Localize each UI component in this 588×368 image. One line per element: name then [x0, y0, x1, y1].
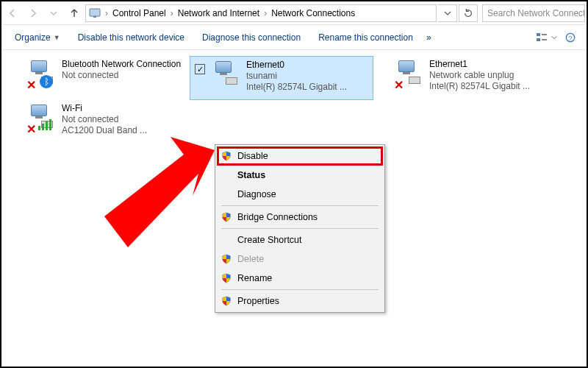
- ctx-label: Rename: [237, 273, 272, 283]
- refresh-button[interactable]: [459, 4, 478, 22]
- nav-up-button[interactable]: [65, 4, 84, 23]
- ctx-bridge-connections[interactable]: Bridge Connections: [215, 208, 384, 227]
- connection-name: Bluetooth Network Connection: [62, 59, 181, 70]
- error-x-icon: ✕: [394, 78, 404, 92]
- recent-locations-button[interactable]: [44, 4, 63, 23]
- breadcrumb[interactable]: Network and Internet: [178, 8, 259, 18]
- diagnose-connection-button[interactable]: Diagnose this connection: [195, 29, 308, 46]
- breadcrumb[interactable]: Network Connections: [271, 8, 355, 18]
- addressbar-dropdown-button[interactable]: [438, 4, 457, 22]
- network-adapter-icon: ✕ᛒ: [26, 59, 56, 88]
- svg-rect-1: [93, 16, 96, 18]
- connection-device: Intel(R) 82574L Gigabit ...: [429, 81, 530, 92]
- connection-status: tsunami: [246, 71, 347, 82]
- network-adapter-icon: ✕: [394, 59, 423, 88]
- ctx-delete: Delete: [215, 250, 384, 269]
- ctx-disable[interactable]: Disable: [215, 146, 384, 166]
- ctx-rename[interactable]: Rename: [215, 269, 384, 288]
- context-menu: DisableStatusDiagnoseBridge ConnectionsC…: [215, 144, 385, 313]
- uac-shield-icon: [221, 296, 232, 306]
- selection-checkbox[interactable]: ✓: [195, 64, 205, 74]
- error-x-icon: ✕: [26, 78, 36, 92]
- organize-menu-button[interactable]: Organize ▼: [7, 29, 68, 46]
- ctx-label: Create Shortcut: [237, 235, 302, 245]
- bluetooth-icon: ᛒ: [40, 75, 53, 88]
- ctx-label: Disable: [237, 151, 268, 161]
- connection-status: Not connected: [62, 70, 181, 81]
- uac-shield-icon: [221, 273, 232, 283]
- wifi-icon: [38, 119, 51, 130]
- nav-forward-button[interactable]: [24, 4, 43, 23]
- connection-status: Network cable unplug: [429, 70, 530, 81]
- view-options-button[interactable]: [537, 29, 557, 46]
- breadcrumb-sep: ›: [105, 8, 108, 18]
- connection-eth0[interactable]: ✓ Ethernet0tsunamiIntel(R) 82574L Gigabi…: [190, 56, 373, 100]
- ctx-label: Bridge Connections: [237, 212, 318, 222]
- dropdown-caret-icon: ▼: [54, 34, 60, 41]
- svg-rect-3: [537, 38, 540, 41]
- ctx-diagnose[interactable]: Diagnose: [215, 185, 384, 204]
- breadcrumb[interactable]: Control Panel: [112, 8, 166, 18]
- network-adapter-icon: ✕: [26, 103, 56, 132]
- connection-bt[interactable]: ✕ᛒ Bluetooth Network ConnectionNot conne…: [6, 56, 190, 100]
- connection-eth1[interactable]: ✕ Ethernet1Network cable unplugIntel(R) …: [373, 56, 557, 100]
- ctx-label: Properties: [237, 296, 279, 306]
- control-panel-icon: [89, 7, 101, 19]
- rename-connection-button[interactable]: Rename this connection: [311, 29, 420, 46]
- organize-label: Organize: [15, 32, 51, 43]
- svg-text:?: ?: [569, 34, 573, 41]
- svg-rect-5: [542, 39, 547, 40]
- svg-rect-0: [90, 9, 100, 16]
- breadcrumb-sep: ›: [264, 8, 267, 18]
- search-input[interactable]: Search Network Connecti: [482, 4, 585, 22]
- uac-shield-icon: [221, 151, 232, 161]
- nav-back-button[interactable]: [3, 4, 22, 23]
- ctx-properties[interactable]: Properties: [215, 291, 384, 311]
- connection-name: Wi-Fi: [62, 103, 147, 114]
- ctx-label: Status: [237, 170, 265, 180]
- search-placeholder: Search Network Connecti: [487, 8, 585, 18]
- ctx-status[interactable]: Status: [215, 166, 384, 185]
- address-bar[interactable]: › Control Panel › Network and Internet ›…: [85, 4, 437, 22]
- connection-status: Not connected: [62, 114, 147, 125]
- connection-device: Intel(R) 82574L Gigabit ...: [246, 82, 347, 93]
- connection-name: Ethernet1: [429, 59, 530, 70]
- error-x-icon: ✕: [26, 122, 36, 136]
- uac-shield-icon: [221, 254, 232, 264]
- svg-rect-2: [537, 33, 540, 36]
- breadcrumb-sep: ›: [171, 8, 173, 18]
- ctx-label: Diagnose: [237, 189, 276, 199]
- help-button[interactable]: ?: [560, 29, 581, 46]
- ctx-create-shortcut[interactable]: Create Shortcut: [215, 230, 384, 250]
- connection-device: AC1200 Dual Band ...: [62, 125, 147, 136]
- disable-device-button[interactable]: Disable this network device: [71, 29, 192, 46]
- commandbar-overflow-button[interactable]: »: [423, 29, 434, 46]
- uac-shield-icon: [221, 212, 232, 222]
- svg-rect-4: [542, 34, 547, 35]
- network-adapter-icon: [211, 60, 240, 89]
- ctx-label: Delete: [237, 254, 264, 264]
- svg-marker-8: [104, 137, 215, 247]
- connection-wifi[interactable]: ✕ Wi-FiNot connectedAC1200 Dual Band ...: [6, 100, 190, 144]
- connection-name: Ethernet0: [246, 60, 347, 71]
